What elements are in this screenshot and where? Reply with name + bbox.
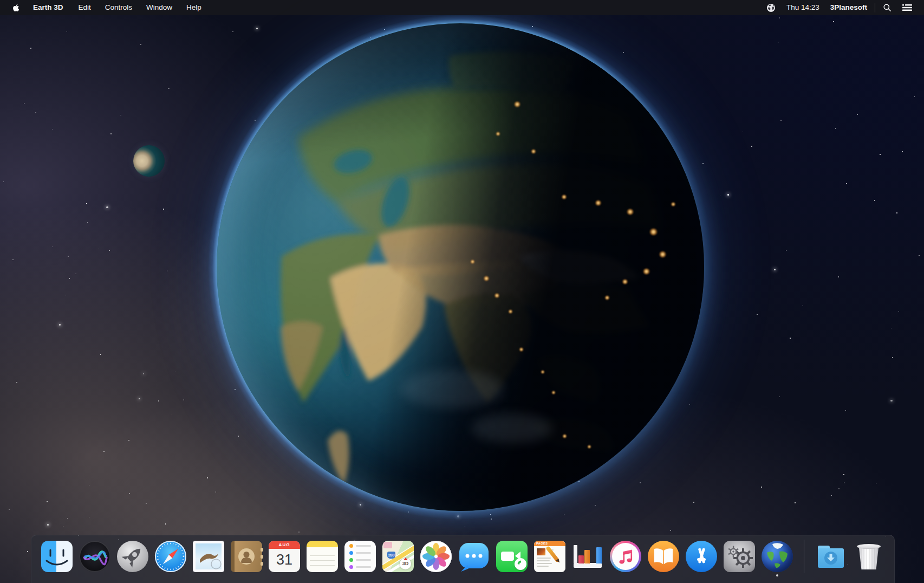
map-area [383,542,392,548]
dock-icon-contacts[interactable] [231,541,262,572]
dock-separator [804,540,804,573]
calendar-month: AUG [269,541,300,549]
menu-bar: Earth 3D Edit Controls Window Help Thu 1… [0,0,924,15]
menu-bar-clock[interactable]: Thu 14:23 [781,0,825,15]
document-image [537,548,545,555]
dock-icon-safari[interactable] [155,541,186,572]
dock-icon-siri[interactable] [79,541,110,572]
book-tab [261,548,263,552]
apple-logo-icon [13,4,19,12]
dock-icon-photos[interactable] [420,541,452,572]
dock-icon-mail[interactable] [193,541,224,572]
apple-menu[interactable] [8,4,25,12]
menu-earth-3d[interactable]: Earth 3D [25,0,71,15]
status-divider [875,3,875,12]
dock-icon-app-store[interactable] [686,541,717,572]
finder-face [41,541,73,572]
menu-bar-left: Earth 3D Edit Controls Window Help [0,0,209,15]
person-silhouette [238,548,255,565]
trash-basket [858,546,880,569]
dock-icon-downloads[interactable] [815,541,847,572]
menu-window[interactable]: Window [139,0,179,15]
3d-badge: 3D [400,558,411,569]
dock: AUG 31 280 3D [31,535,895,583]
folder-body [818,548,844,568]
earth-status-icon[interactable] [761,3,781,12]
pages-banner: PAGES [534,541,565,546]
earth-globe [217,23,704,511]
dock-icon-trash[interactable] [853,541,884,572]
chart-axis [574,545,577,563]
calendar-day: 31 [269,549,300,571]
letter-a-crossbar [697,558,706,561]
pinwheel-flower [420,541,452,572]
dock-icon-launchpad[interactable] [117,541,148,572]
menu-edit[interactable]: Edit [71,0,98,15]
book-spine [231,541,235,572]
chart-bar-blue [596,547,602,563]
book-tab [261,555,263,559]
dock-icon-ibooks[interactable] [648,541,679,572]
dock-icon-finder[interactable] [41,541,73,572]
desktop: { "menu_bar": { "apple_menu": "apple-log… [0,0,924,583]
globe-icon [762,541,793,572]
dock-icon-earth-3d[interactable] [762,541,793,572]
vendor-label[interactable]: 3Planesoft [825,0,873,15]
dock-icon-calendar[interactable]: AUG 31 [269,541,300,572]
phone-badge [515,558,526,570]
earth-sphere [217,23,704,511]
chart-bar-red [578,555,584,563]
dock-icon-pages[interactable]: PAGES [534,541,565,572]
dock-icon-maps[interactable]: 280 3D [382,541,414,572]
note-lines [310,551,335,569]
chart-bar-orange [584,550,590,563]
stamp-photo [196,543,222,569]
dock-icon-messages[interactable] [458,541,490,572]
compass-icon [155,541,186,572]
dock-icon-itunes[interactable] [610,541,641,572]
dock-icon-notes[interactable] [307,541,338,572]
day-sheen [217,23,704,511]
trash-rim [857,544,881,549]
rocket-icon [117,541,148,572]
dock-icon-system-preferences[interactable] [724,541,755,572]
notification-center-icon[interactable] [897,4,918,11]
freeway-shield: 280 [387,552,395,559]
speech-bubble [459,543,489,568]
dock-icon-facetime[interactable] [496,541,528,572]
search-icon[interactable] [877,3,897,12]
moon [133,145,165,177]
menu-bar-status: Thu 14:23 3Planesoft [761,0,924,15]
siri-waveform [79,541,110,572]
open-book-icon [648,541,679,572]
book-tab [261,562,263,566]
itunes-disc [612,543,639,570]
download-circle [824,552,837,565]
dock-icon-numbers[interactable] [572,541,603,572]
chart-base [574,563,602,568]
video-camera-icon [501,552,514,561]
ellipsis-dots [466,554,483,558]
menu-help[interactable]: Help [179,0,209,15]
dock-icon-reminders[interactable] [344,541,376,572]
chart-bar-green [590,543,596,563]
gears-icon [724,541,755,572]
menu-controls[interactable]: Controls [98,0,139,15]
